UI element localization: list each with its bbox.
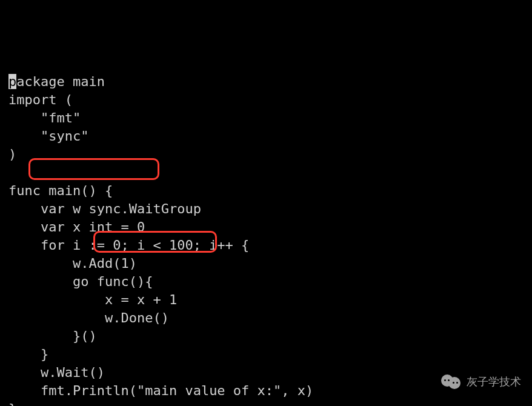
code-line: package main [0,73,532,91]
code-line: import ( [0,91,532,109]
code-line: "sync" [0,127,532,145]
code-line: x = x + 1 [0,291,532,309]
code-line [0,164,532,182]
code-line: "fmt" [0,109,532,127]
code-line: }() [0,327,532,345]
cursor: p [8,74,16,89]
code-line: } [0,345,532,364]
code-line: ) [0,145,532,164]
code-line: func main() { [0,182,532,200]
code-line: for i := 0; i < 100; i++ { [0,236,532,255]
watermark-text: 灰子学技术 [467,373,521,391]
code-line: var w sync.WaitGroup [0,200,532,218]
code-line: w.Add(1) [0,255,532,273]
watermark: 灰子学技术 [441,373,521,391]
code-line: w.Done() [0,309,532,327]
wechat-bubbles-icon [441,373,462,390]
code-line: go func(){ [0,273,532,291]
code-line: var x int = 0 [0,218,532,236]
code-editor[interactable]: package mainimport ( "fmt" "sync")func m… [0,73,532,406]
